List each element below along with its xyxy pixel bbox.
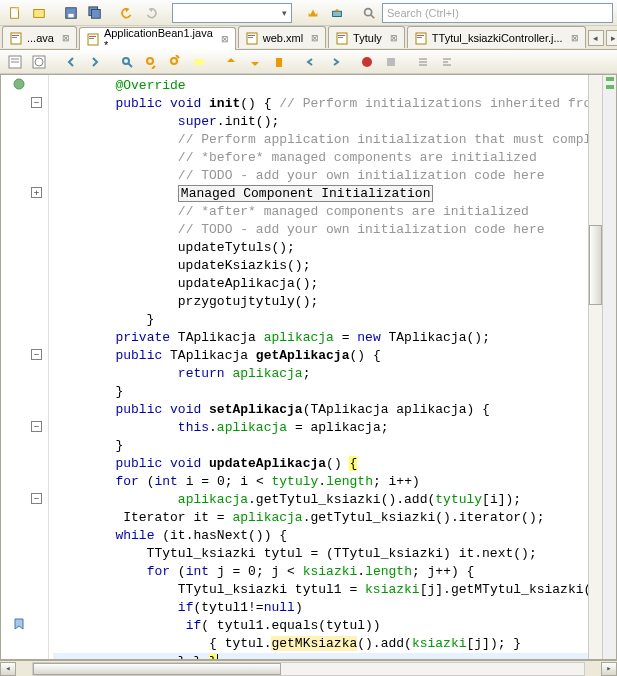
config-combo[interactable]: ▾ [172, 3, 292, 23]
tab-label: ...ava [27, 32, 54, 44]
tab-close-icon[interactable]: ⊠ [221, 34, 229, 44]
new-file-button[interactable] [4, 2, 26, 24]
tab-0[interactable]: ...ava⊠ [2, 26, 77, 48]
source-view-button[interactable] [4, 51, 26, 73]
svg-point-32 [147, 58, 153, 64]
tab-close-icon[interactable]: ⊠ [571, 33, 579, 43]
svg-rect-35 [276, 58, 282, 67]
svg-rect-16 [247, 33, 257, 44]
java-icon [9, 31, 23, 45]
fold-toggle-icon[interactable]: − [31, 421, 42, 432]
nav-back-button[interactable] [60, 51, 82, 73]
tab-label: ApplicationBean1.java * [104, 27, 213, 51]
tab-scroll-left-button[interactable]: ◂ [588, 30, 604, 46]
overview-ruler[interactable] [602, 75, 616, 659]
editor-toolbar [0, 50, 617, 74]
svg-line-9 [371, 14, 375, 18]
svg-rect-4 [68, 13, 73, 17]
tab-label: TTytul_ksiazkiController.j... [432, 32, 563, 44]
toggle-bookmark-button[interactable] [268, 51, 290, 73]
tab-4[interactable]: TTytul_ksiazkiController.j...⊠ [407, 26, 586, 48]
editor-tabbar: ...ava⊠ApplicationBean1.java *⊠web.xml⊠T… [0, 26, 617, 50]
save-button[interactable] [60, 2, 82, 24]
tab-1[interactable]: ApplicationBean1.java *⊠ [79, 27, 236, 50]
shift-right-button[interactable] [324, 51, 346, 73]
history-view-button[interactable] [28, 51, 50, 73]
svg-rect-6 [92, 9, 101, 18]
java-icon [86, 32, 100, 46]
shift-left-button[interactable] [300, 51, 322, 73]
svg-rect-7 [333, 11, 342, 16]
new-project-button[interactable] [28, 2, 50, 24]
save-all-button[interactable] [84, 2, 106, 24]
tab-3[interactable]: Tytuly⊠ [328, 26, 405, 48]
overview-mark[interactable] [606, 85, 614, 89]
horizontal-scrollbar[interactable]: ◂ ▸ [0, 660, 617, 676]
search-input[interactable]: Search (Ctrl+I) [382, 3, 613, 23]
svg-point-33 [171, 58, 177, 64]
vertical-scrollbar[interactable] [588, 75, 602, 659]
svg-rect-15 [89, 38, 94, 39]
page-icon [335, 31, 349, 45]
svg-point-36 [362, 57, 372, 67]
svg-rect-1 [16, 7, 19, 10]
hscroll-track[interactable] [32, 662, 585, 676]
tab-label: Tytuly [353, 32, 382, 44]
tab-close-icon[interactable]: ⊠ [62, 33, 70, 43]
build-button[interactable] [302, 2, 324, 24]
svg-rect-34 [194, 59, 204, 65]
svg-rect-23 [417, 35, 424, 36]
tab-2[interactable]: web.xml⊠ [238, 26, 326, 48]
overview-mark[interactable] [606, 77, 614, 81]
fold-toggle-icon[interactable]: + [31, 187, 42, 198]
hscroll-right-button[interactable]: ▸ [601, 662, 617, 676]
svg-rect-19 [337, 33, 347, 44]
tab-scroll-right-button[interactable]: ▸ [606, 30, 617, 46]
find-selection-button[interactable] [116, 51, 138, 73]
editor-area: −+−−− @Override public void init() { // … [0, 74, 617, 660]
next-bookmark-button[interactable] [244, 51, 266, 73]
undo-button[interactable] [116, 2, 138, 24]
vertical-scroll-thumb[interactable] [589, 225, 602, 305]
macro-record-button[interactable] [356, 51, 378, 73]
nav-forward-button[interactable] [84, 51, 106, 73]
svg-rect-21 [338, 37, 343, 38]
svg-rect-11 [12, 35, 19, 36]
tab-close-icon[interactable]: ⊠ [390, 33, 398, 43]
svg-line-31 [128, 63, 132, 67]
main-toolbar: ▾ Search (Ctrl+I) [0, 0, 617, 26]
clean-build-button[interactable] [326, 2, 348, 24]
svg-rect-18 [248, 37, 253, 38]
svg-rect-12 [12, 37, 17, 38]
fold-toggle-icon[interactable]: − [31, 349, 42, 360]
find-next-button[interactable] [164, 51, 186, 73]
bookmark-glyph-icon[interactable] [13, 618, 27, 632]
fold-toggle-icon[interactable]: − [31, 493, 42, 504]
svg-point-44 [14, 79, 24, 89]
svg-rect-14 [89, 36, 96, 37]
svg-rect-10 [11, 33, 21, 44]
hscroll-thumb[interactable] [33, 663, 281, 675]
svg-rect-37 [387, 58, 395, 66]
redo-button[interactable] [140, 2, 162, 24]
svg-rect-2 [34, 9, 45, 17]
code-editor[interactable]: @Override public void init() { // Perfor… [49, 75, 602, 659]
svg-rect-24 [417, 37, 422, 38]
macro-stop-button[interactable] [380, 51, 402, 73]
find-prev-button[interactable] [140, 51, 162, 73]
gutter[interactable]: −+−−− [1, 75, 49, 659]
search-placeholder: Search (Ctrl+I) [387, 7, 459, 19]
java-icon [414, 31, 428, 45]
toggle-highlight-button[interactable] [188, 51, 210, 73]
comment-button[interactable] [412, 51, 434, 73]
search-button[interactable] [358, 2, 380, 24]
svg-rect-22 [416, 33, 426, 44]
circle-glyph-icon[interactable] [13, 78, 27, 92]
prev-bookmark-button[interactable] [220, 51, 242, 73]
uncomment-button[interactable] [436, 51, 458, 73]
svg-rect-20 [338, 35, 345, 36]
hscroll-left-button[interactable]: ◂ [0, 662, 16, 676]
tab-close-icon[interactable]: ⊠ [311, 33, 319, 43]
fold-toggle-icon[interactable]: − [31, 97, 42, 108]
xml-icon [245, 31, 259, 45]
